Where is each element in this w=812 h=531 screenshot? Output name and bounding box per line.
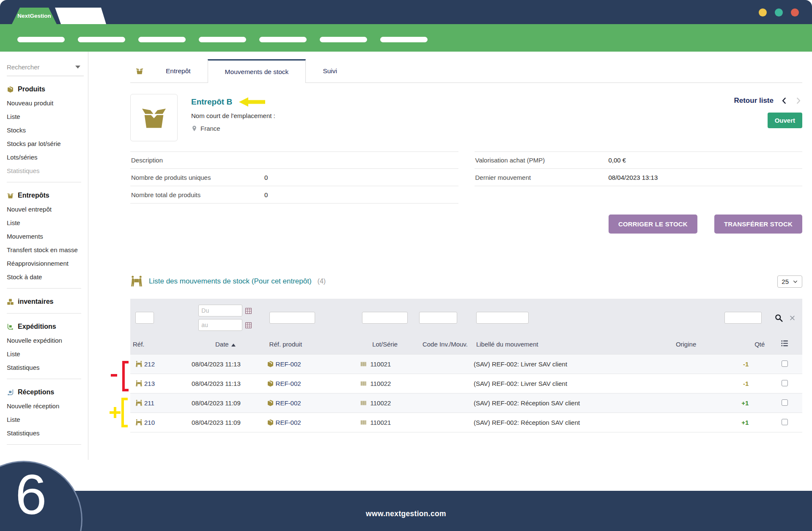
correct-stock-button[interactable]: CORRIGER LE STOCK xyxy=(609,215,697,234)
row-checkbox[interactable] xyxy=(782,419,788,425)
sidebar-heading-receptions[interactable]: Réceptions xyxy=(7,388,84,396)
nav-pill[interactable] xyxy=(138,37,186,42)
col-options[interactable] xyxy=(767,333,802,355)
movement-ref-link[interactable]: 212 xyxy=(144,360,155,368)
sidebar-item-reapprovisionnement[interactable]: Réapprovisionnement xyxy=(7,260,84,267)
nav-pill[interactable] xyxy=(380,37,428,42)
col-code[interactable]: Code Inv./Mouv. xyxy=(417,333,474,355)
row-checkbox[interactable] xyxy=(782,380,788,386)
lot-number[interactable]: 110022 xyxy=(370,399,391,407)
filter-label-input[interactable] xyxy=(476,312,529,324)
sidebar-item-expeditions-statistiques[interactable]: Statistiques xyxy=(7,364,84,371)
app-window: NextGestion Rechercher Produits xyxy=(0,0,812,531)
detail-row: Dernier mouvement 08/04/2023 13:13 xyxy=(475,169,803,186)
tab-mouvements-de-stock[interactable]: Mouvements de stock xyxy=(208,59,306,83)
minimize-button[interactable] xyxy=(759,8,767,17)
filter-date-to-input[interactable] xyxy=(198,319,242,331)
sidebar-item-lots-series[interactable]: Lots/séries xyxy=(7,154,84,161)
sidebar-heading-produits[interactable]: Produits xyxy=(7,85,84,93)
lot-number[interactable]: 110021 xyxy=(370,419,391,426)
filter-lot-input[interactable] xyxy=(362,312,408,324)
col-origin[interactable]: Origine xyxy=(653,333,719,355)
sidebar-item-nouvel-entrepot[interactable]: Nouvel entrepôt xyxy=(7,206,84,213)
lot-number[interactable]: 110021 xyxy=(370,360,391,368)
nav-pill[interactable] xyxy=(320,37,367,42)
page-size-value: 25 xyxy=(782,278,789,285)
detail-label: Description xyxy=(131,157,264,164)
sidebar-item-stocks[interactable]: Stocks xyxy=(7,127,84,134)
col-qty[interactable]: Qté xyxy=(719,333,767,355)
product-ref-link[interactable]: REF-002 xyxy=(276,419,301,426)
filter-code-input[interactable] xyxy=(419,312,457,324)
browser-tab-placeholder[interactable] xyxy=(55,8,106,24)
package-icon xyxy=(267,419,274,426)
clear-filters-icon[interactable] xyxy=(789,315,796,321)
step-number: 6 xyxy=(15,466,47,523)
nav-pill[interactable] xyxy=(17,37,65,42)
chevron-left-icon[interactable] xyxy=(780,97,788,105)
sidebar: Rechercher Produits Nouveau produit List… xyxy=(0,52,88,460)
movements-list-header: Liste des mouvements de stock (Pour cet … xyxy=(130,275,802,288)
tab-entrepot[interactable]: Entrepôt xyxy=(149,59,208,83)
divider xyxy=(7,379,81,379)
sidebar-item-mouvements[interactable]: Mouvements xyxy=(7,233,84,240)
col-ref[interactable]: Réf. xyxy=(130,333,184,355)
movement-code xyxy=(417,374,474,393)
sidebar-item-receptions-statistiques[interactable]: Statistiques xyxy=(7,429,84,437)
movement-label: (SAV) REF-002: Livrer SAV client xyxy=(474,355,653,374)
sidebar-heading-inventaires[interactable]: inventaires xyxy=(7,298,84,305)
sidebar-item-transfert-stock[interactable]: Transfert stock en masse xyxy=(7,246,84,253)
sidebar-item-stocks-par-lot[interactable]: Stocks par lot/série xyxy=(7,140,84,147)
barcode-icon xyxy=(360,361,367,367)
status-open-button[interactable]: Ouvert xyxy=(768,113,802,128)
tab-warehouse-icon[interactable] xyxy=(130,59,149,83)
page-size-select[interactable]: 25 xyxy=(777,275,802,288)
calendar-icon[interactable] xyxy=(245,322,252,329)
chevron-down-icon xyxy=(793,279,798,284)
sidebar-item-expeditions-liste[interactable]: Liste xyxy=(7,350,84,358)
filter-ref-input[interactable] xyxy=(135,312,154,324)
transfer-stock-button[interactable]: TRANSFÉRER STOCK xyxy=(714,215,802,234)
sidebar-search-select[interactable]: Rechercher xyxy=(7,62,84,76)
close-button[interactable] xyxy=(791,8,799,17)
sidebar-item-produits-statistiques[interactable]: Statistiques xyxy=(7,167,84,174)
tab-suivi[interactable]: Suivi xyxy=(306,59,354,83)
row-checkbox[interactable] xyxy=(782,399,788,406)
movement-ref-link[interactable]: 210 xyxy=(144,419,155,426)
filter-qty-input[interactable] xyxy=(724,312,762,324)
calendar-icon[interactable] xyxy=(245,307,252,314)
sidebar-item-produits-liste[interactable]: Liste xyxy=(7,113,84,120)
movement-ref-link[interactable]: 213 xyxy=(144,380,155,387)
chevron-right-icon[interactable] xyxy=(795,97,802,105)
search-icon[interactable] xyxy=(774,314,783,322)
col-label[interactable]: Libellé du mouvement xyxy=(474,333,653,355)
sidebar-heading-entrepots[interactable]: Entrepôts xyxy=(7,192,84,199)
sidebar-item-nouvelle-reception[interactable]: Nouvelle réception xyxy=(7,402,84,410)
sidebar-item-receptions-liste[interactable]: Liste xyxy=(7,416,84,423)
col-lot[interactable]: Lot/Série xyxy=(354,333,417,355)
back-to-list-link[interactable]: Retour liste xyxy=(734,96,774,105)
sidebar-item-stock-a-date[interactable]: Stock à date xyxy=(7,273,84,281)
col-date[interactable]: Date xyxy=(184,333,266,355)
nav-pill[interactable] xyxy=(78,37,125,42)
product-ref-link[interactable]: REF-002 xyxy=(276,399,301,407)
filter-date-from-input[interactable] xyxy=(198,305,242,316)
sidebar-item-entrepots-liste[interactable]: Liste xyxy=(7,219,84,226)
col-product[interactable]: Réf. produit xyxy=(267,333,354,355)
product-ref-link[interactable]: REF-002 xyxy=(276,380,301,387)
sidebar-item-nouvelle-expedition[interactable]: Nouvelle expédition xyxy=(7,337,84,344)
nav-pill[interactable] xyxy=(199,37,246,42)
product-ref-link[interactable]: REF-002 xyxy=(276,360,301,368)
movement-icon xyxy=(130,275,143,288)
lot-number[interactable]: 110022 xyxy=(370,380,391,387)
row-checkbox[interactable] xyxy=(782,360,788,367)
detail-row: Valorisation achat (PMP) 0,00 € xyxy=(475,151,803,169)
movement-ref-link[interactable]: 211 xyxy=(144,399,154,407)
maximize-button[interactable] xyxy=(775,8,783,17)
nav-pill[interactable] xyxy=(259,37,307,42)
filter-product-input[interactable] xyxy=(269,312,315,324)
sidebar-heading-expeditions[interactable]: Expéditions xyxy=(7,323,84,330)
details-left-table: Description Nombre de produits uniques 0… xyxy=(130,151,458,204)
brand-tab[interactable]: NextGestion xyxy=(12,8,57,24)
sidebar-item-nouveau-produit[interactable]: Nouveau produit xyxy=(7,99,84,107)
